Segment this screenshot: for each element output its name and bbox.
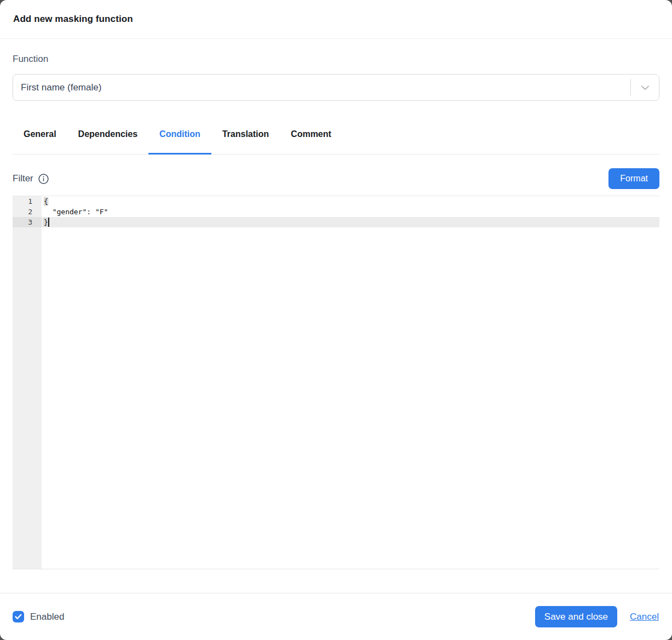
dialog-title: Add new masking function xyxy=(13,14,133,25)
info-circle-icon[interactable] xyxy=(38,174,49,184)
bracket-close: } xyxy=(44,218,48,226)
function-select[interactable]: First name (female) xyxy=(13,74,659,101)
format-button[interactable]: Format xyxy=(608,168,659,189)
bracket-open: { xyxy=(44,197,48,205)
text-cursor xyxy=(48,218,49,227)
filter-label-group: Filter xyxy=(13,173,49,184)
line-number: 3 xyxy=(13,217,42,227)
line-number: 1 xyxy=(13,196,42,207)
tab-translation[interactable]: Translation xyxy=(211,128,280,154)
dialog-footer: Enabled Save and close Cancel xyxy=(0,593,672,640)
dialog-header: Add new masking function xyxy=(0,0,672,39)
editor-line-1: 1 { xyxy=(13,196,659,207)
tab-comment[interactable]: Comment xyxy=(280,128,342,154)
tab-general[interactable]: General xyxy=(13,128,67,154)
save-and-close-button[interactable]: Save and close xyxy=(535,606,617,627)
code-editor[interactable]: 1 { 2 "gender": "F" 3 } xyxy=(13,196,659,569)
line-number: 2 xyxy=(13,207,42,217)
function-label: Function xyxy=(13,53,659,65)
enabled-checkbox-group: Enabled xyxy=(13,611,64,622)
code-line: } xyxy=(42,217,659,227)
editor-line-2: 2 "gender": "F" xyxy=(13,207,659,217)
filter-label: Filter xyxy=(13,173,33,184)
dialog-body: Function First name (female) General Dep… xyxy=(0,39,672,593)
checkmark-icon xyxy=(15,614,22,620)
cancel-link[interactable]: Cancel xyxy=(630,612,659,622)
chevron-down-icon[interactable] xyxy=(631,81,659,94)
editor-line-3-active: 3 } xyxy=(13,217,659,227)
function-select-value: First name (female) xyxy=(21,82,630,93)
filter-toolbar: Filter Format xyxy=(13,168,659,189)
code-line: "gender": "F" xyxy=(42,207,659,217)
editor-gutter xyxy=(13,196,42,569)
code-line: { xyxy=(42,196,659,207)
enabled-checkbox[interactable] xyxy=(13,611,24,622)
tab-condition[interactable]: Condition xyxy=(148,128,211,154)
add-masking-function-dialog: Add new masking function Function First … xyxy=(0,0,672,640)
enabled-label: Enabled xyxy=(30,612,64,622)
tab-dependencies[interactable]: Dependencies xyxy=(67,128,148,154)
footer-actions: Save and close Cancel xyxy=(535,606,659,627)
tab-bar: General Dependencies Condition Translati… xyxy=(13,128,659,155)
